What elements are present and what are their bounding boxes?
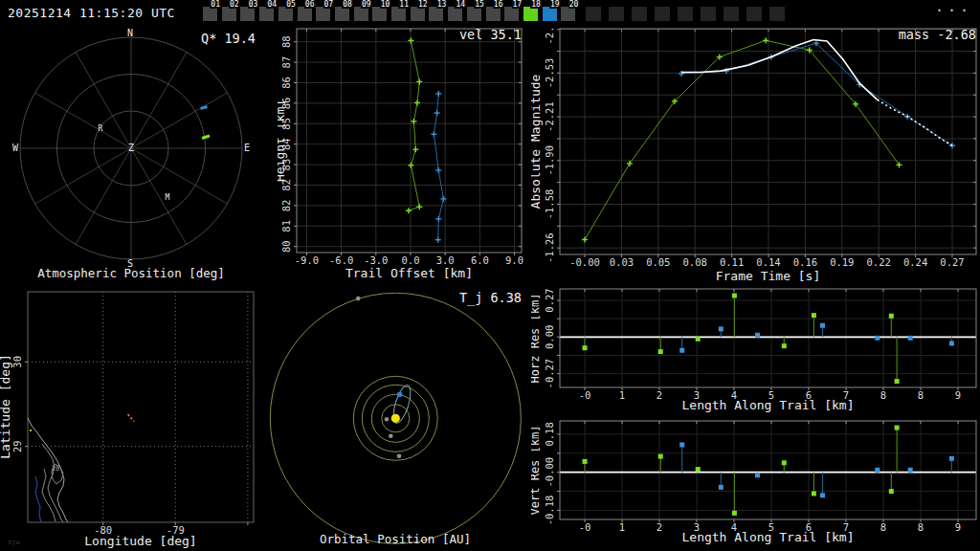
frame-thumbnail-20[interactable]: 20: [561, 0, 580, 25]
frame-thumbnail-18[interactable]: 18: [523, 0, 543, 25]
frame-square[interactable]: [316, 7, 330, 21]
frame-thumbnail-empty[interactable]: [678, 7, 693, 21]
frame-thumbnail-19[interactable]: 19: [543, 0, 562, 25]
frame-square[interactable]: [561, 7, 575, 21]
svg-text:E: E: [244, 143, 250, 153]
svg-text:R: R: [99, 124, 103, 133]
frame-square[interactable]: [298, 7, 312, 21]
frame-square[interactable]: [504, 7, 519, 21]
svg-text:2: 2: [657, 521, 662, 533]
frame-thumbnail-empty[interactable]: [746, 7, 762, 21]
frame-square[interactable]: [354, 7, 368, 21]
frame-thumbnail-16[interactable]: 16: [486, 0, 505, 25]
svg-text:9: 9: [955, 389, 961, 401]
frame-number-label: 13: [436, 0, 448, 9]
svg-text:Trail Offset [km]: Trail Offset [km]: [345, 266, 473, 280]
svg-text:-2.53: -2.53: [544, 58, 555, 89]
svg-text:Atmospheric Position [deg]: Atmospheric Position [deg]: [37, 266, 225, 280]
frame-thumbnail-11[interactable]: 11: [391, 0, 411, 25]
svg-text:-2.21: -2.21: [544, 101, 555, 132]
frame-number-label: 08: [342, 0, 353, 9]
frame-square[interactable]: [429, 7, 443, 21]
svg-text:30: 30: [11, 356, 23, 368]
frame-thumbnail-17[interactable]: 17: [504, 0, 523, 25]
frame-thumbnail-empty[interactable]: [655, 7, 670, 21]
svg-text:vel 35.1: vel 35.1: [459, 27, 522, 42]
svg-text:-0.18: -0.18: [544, 496, 555, 526]
frame-thumbnail-empty[interactable]: [724, 7, 739, 21]
overflow-menu-button[interactable]: ···: [935, 2, 972, 19]
frame-square[interactable]: [543, 7, 557, 21]
frame-number-label: 09: [361, 0, 372, 9]
frame-thumbnail-empty[interactable]: [632, 7, 647, 21]
frame-square[interactable]: [335, 7, 349, 21]
svg-text:88: 88: [280, 35, 292, 48]
blue-horz-residuals: [679, 323, 954, 353]
svg-text:0.05: 0.05: [646, 256, 670, 268]
frame-square[interactable]: [259, 7, 274, 21]
svg-text:8: 8: [880, 389, 886, 401]
frame-thumbnail-12[interactable]: 12: [411, 0, 430, 25]
frame-square[interactable]: [278, 7, 293, 21]
svg-text:-1.90: -1.90: [544, 145, 555, 176]
utc-timestamp: 20251214 11:15:20 UTC: [8, 6, 175, 20]
frame-thumbnail-15[interactable]: 15: [467, 0, 486, 25]
frame-square[interactable]: [486, 7, 501, 21]
frame-square[interactable]: [203, 7, 217, 21]
frame-number-label: 19: [549, 0, 561, 9]
frame-square[interactable]: [523, 7, 538, 21]
frame-square[interactable]: [467, 7, 481, 21]
frame-thumbnail-04[interactable]: 04: [259, 0, 278, 25]
svg-text:82: 82: [280, 200, 292, 212]
atmospheric-position-panel: NSWEZRMQ* 19.4Atmospheric Position [deg]: [0, 27, 278, 285]
frame-square[interactable]: [391, 7, 406, 21]
svg-text:-0: -0: [579, 521, 591, 533]
horz-residuals-panel: -012345678890.270.00-0.27Length Along Tr…: [531, 285, 980, 418]
trail-offset-panel: -9.0-6.0-3.00.03.06.09.08887868685848382…: [278, 27, 531, 285]
frame-thumbnail-14[interactable]: 14: [448, 0, 467, 25]
coastline: [28, 418, 68, 522]
frame-number-label: 17: [512, 0, 523, 9]
frame-thumbnail-02[interactable]: 02: [222, 0, 241, 25]
frame-thumbnail-05[interactable]: 05: [278, 0, 298, 25]
frame-square[interactable]: [222, 7, 236, 21]
svg-text:mass -2.68: mass -2.68: [899, 27, 976, 42]
frame-thumbnail-03[interactable]: 03: [240, 0, 259, 25]
frame-thumbnail-07[interactable]: 07: [316, 0, 335, 25]
svg-text:3.0: 3.0: [436, 254, 455, 266]
frame-number-label: 01: [210, 0, 221, 9]
frame-thumbnail-empty[interactable]: [609, 7, 624, 21]
svg-text:-2.84: -2.84: [544, 27, 555, 45]
meteor-analysis-dashboard: 20251214 11:15:20 UTC 010203040506070809…: [0, 0, 980, 551]
svg-text:Height [km]: Height [km]: [278, 99, 287, 182]
frame-square[interactable]: [448, 7, 462, 21]
frame-number-label: 10: [380, 0, 391, 9]
svg-text:Vert Res [km]: Vert Res [km]: [531, 426, 542, 516]
frame-number-label: 03: [248, 0, 259, 9]
frame-thumbnail-09[interactable]: 09: [354, 0, 373, 25]
frame-thumbnail-06[interactable]: 06: [298, 0, 317, 25]
frame-thumbnail-empty[interactable]: [701, 7, 716, 21]
frame-thumbnail-10[interactable]: 10: [372, 0, 391, 25]
blue-meteor-mark: [201, 107, 208, 109]
svg-text:0.16: 0.16: [793, 256, 817, 268]
frame-thumbnail-empty[interactable]: [586, 7, 601, 21]
svg-text:1: 1: [619, 389, 625, 401]
svg-text:8: 8: [880, 521, 886, 533]
orbital-position-panel: T_j 6.38Orbital Position [AU]: [268, 285, 531, 551]
sun-dot: [391, 414, 400, 423]
svg-text:-3.0: -3.0: [364, 254, 388, 266]
map-grid: -80-793029: [11, 292, 254, 536]
frame-square[interactable]: [240, 7, 255, 21]
frame-square[interactable]: [372, 7, 387, 21]
svg-text:Z: Z: [128, 143, 134, 153]
frame-thumbnail-08[interactable]: 08: [335, 0, 354, 25]
svg-text:Q* 19.4: Q* 19.4: [201, 31, 256, 46]
svg-text:1: 1: [619, 521, 625, 533]
frame-thumbnail-empty[interactable]: [769, 7, 785, 21]
light-curve-panel: -0.000.030.050.080.110.140.160.190.220.2…: [531, 27, 980, 285]
frame-thumbnail-13[interactable]: 13: [429, 0, 448, 25]
frame-square[interactable]: [411, 7, 425, 21]
svg-text:80: 80: [280, 240, 292, 253]
frame-thumbnail-01[interactable]: 01: [203, 0, 222, 25]
